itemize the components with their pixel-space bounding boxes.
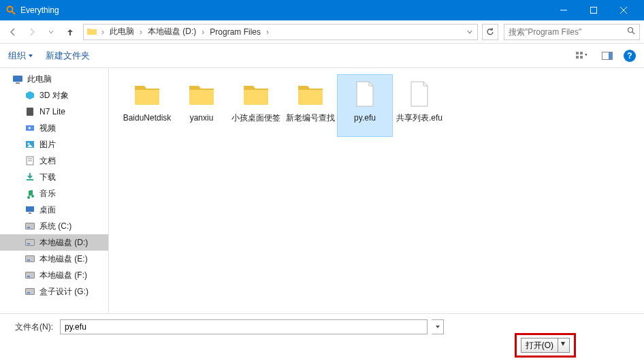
file-item[interactable]: 新老编号查找 — [283, 75, 338, 136]
search-box[interactable] — [504, 24, 640, 40]
folder-icon — [240, 78, 272, 110]
svg-rect-3 — [591, 7, 597, 14]
breadcrumb-item[interactable]: Program Files — [206, 25, 265, 40]
sidebar-item[interactable]: 本地磁盘 (F:) — [0, 267, 108, 283]
file-grid[interactable]: BaiduNetdiskyanxiu小孩桌面便签新老编号查找py.efu共享列表… — [109, 68, 644, 313]
pic-icon — [25, 139, 35, 150]
folder-icon — [185, 78, 218, 110]
file-label: 新老编号查找 — [286, 113, 335, 123]
svg-rect-11 — [580, 56, 583, 59]
organize-button[interactable]: 组织 — [8, 50, 33, 62]
svg-rect-24 — [26, 206, 34, 212]
svg-point-0 — [7, 7, 13, 12]
doc-icon — [25, 155, 35, 166]
filename-input[interactable] — [60, 319, 428, 334]
sidebar-item[interactable]: 文档 — [0, 153, 108, 169]
svg-point-6 — [628, 28, 633, 33]
sidebar-item-label: 音乐 — [39, 188, 56, 200]
file-label: BaiduNetdisk — [123, 113, 172, 123]
breadcrumb-item[interactable]: 此电脑 — [106, 25, 138, 40]
refresh-button[interactable] — [482, 24, 498, 40]
chevron-right-icon: › — [100, 27, 106, 37]
forward-button[interactable] — [23, 23, 41, 41]
sidebar-item-label: N7 Lite — [39, 107, 65, 116]
folder-icon — [294, 78, 327, 110]
drive-icon — [25, 237, 35, 248]
file-item[interactable]: py.efu — [338, 75, 392, 136]
file-label: yanxiu — [190, 113, 214, 123]
sidebar-item[interactable]: 本地磁盘 (E:) — [0, 251, 108, 267]
folder-icon — [86, 26, 99, 38]
svg-rect-8 — [576, 52, 579, 54]
sidebar-item[interactable]: 桌面 — [0, 202, 108, 218]
new-folder-button[interactable]: 新建文件夹 — [46, 50, 90, 62]
back-button[interactable] — [4, 23, 22, 41]
file-item[interactable]: BaiduNetdisk — [120, 75, 174, 136]
sidebar-item-label: 此电脑 — [27, 74, 52, 85]
breadcrumb-item[interactable]: 本地磁盘 (D:) — [144, 25, 200, 40]
pc-icon — [12, 74, 23, 84]
file-label: 共享列表.efu — [396, 113, 442, 123]
minimize-button[interactable] — [549, 0, 579, 20]
svg-rect-25 — [29, 212, 31, 214]
sidebar-item[interactable]: N7 Lite — [0, 104, 108, 120]
file-item[interactable]: 小孩桌面便签 — [229, 75, 283, 136]
drive-icon — [25, 221, 35, 232]
drive-icon — [25, 270, 35, 281]
sidebar-item[interactable]: 此电脑 — [0, 71, 108, 87]
close-button[interactable] — [609, 0, 639, 20]
navbar: › 此电脑 › 本地磁盘 (D:) › Program Files › — [0, 20, 644, 44]
svg-rect-14 — [13, 76, 22, 82]
search-icon[interactable] — [627, 27, 635, 37]
svg-rect-9 — [580, 52, 583, 54]
svg-line-7 — [632, 32, 634, 34]
sidebar-item-label: 文档 — [39, 155, 56, 167]
view-options-button[interactable] — [572, 48, 591, 63]
open-button[interactable]: 打开(O) ▾ — [521, 338, 570, 353]
svg-rect-10 — [576, 56, 579, 59]
sidebar-item[interactable]: 系统 (C:) — [0, 218, 108, 234]
folder-icon — [131, 78, 163, 110]
recent-dropdown[interactable] — [42, 23, 60, 41]
file-label: 小孩桌面便签 — [231, 113, 280, 123]
3d-icon — [25, 90, 35, 101]
sidebar-item-label: 系统 (C:) — [39, 221, 71, 232]
filename-label: 文件名(N): — [10, 321, 53, 333]
sidebar-item[interactable]: 图片 — [0, 136, 108, 153]
sidebar-item-label: 3D 对象 — [39, 90, 69, 101]
body-area: 此电脑3D 对象N7 Lite视频图片文档下载音乐桌面系统 (C:)本地磁盘 (… — [0, 68, 644, 313]
maximize-button[interactable] — [579, 0, 609, 20]
file-item[interactable]: yanxiu — [174, 75, 229, 136]
svg-rect-13 — [609, 52, 612, 59]
drive-icon — [25, 253, 35, 264]
drive-icon — [25, 286, 35, 297]
dev-icon — [25, 106, 35, 117]
preview-pane-button[interactable] — [598, 48, 617, 63]
sidebar-item[interactable]: 音乐 — [0, 185, 108, 202]
svg-point-19 — [28, 143, 30, 145]
breadcrumb-dropdown[interactable] — [464, 29, 476, 35]
sidebar-item-label: 本地磁盘 (D:) — [39, 237, 88, 249]
sidebar-item-label: 本地磁盘 (E:) — [39, 253, 88, 265]
up-button[interactable] — [61, 23, 79, 41]
sidebar-item[interactable]: 3D 对象 — [0, 87, 108, 104]
sidebar-item-label: 桌面 — [39, 204, 56, 216]
sidebar: 此电脑3D 对象N7 Lite视频图片文档下载音乐桌面系统 (C:)本地磁盘 (… — [0, 68, 109, 313]
sidebar-item-label: 本地磁盘 (F:) — [39, 270, 87, 281]
file-item[interactable]: 共享列表.efu — [392, 75, 447, 136]
sidebar-item[interactable]: 下载 — [0, 169, 108, 185]
svg-rect-16 — [27, 108, 33, 116]
app-icon — [5, 5, 16, 16]
filename-dropdown[interactable] — [432, 319, 444, 334]
help-icon[interactable]: ? — [624, 50, 636, 62]
breadcrumb[interactable]: › 此电脑 › 本地磁盘 (D:) › Program Files › — [83, 24, 478, 40]
sidebar-item-label: 图片 — [39, 139, 56, 151]
desk-icon — [25, 204, 35, 215]
sidebar-item[interactable]: 盒子设计 (G:) — [0, 283, 108, 300]
open-split-dropdown[interactable]: ▾ — [558, 338, 565, 352]
sidebar-item[interactable]: 本地磁盘 (D:) — [0, 234, 108, 251]
search-input[interactable] — [509, 27, 627, 37]
open-button-label: 打开(O) — [526, 340, 553, 351]
file-icon — [403, 78, 436, 110]
sidebar-item[interactable]: 视频 — [0, 120, 108, 136]
